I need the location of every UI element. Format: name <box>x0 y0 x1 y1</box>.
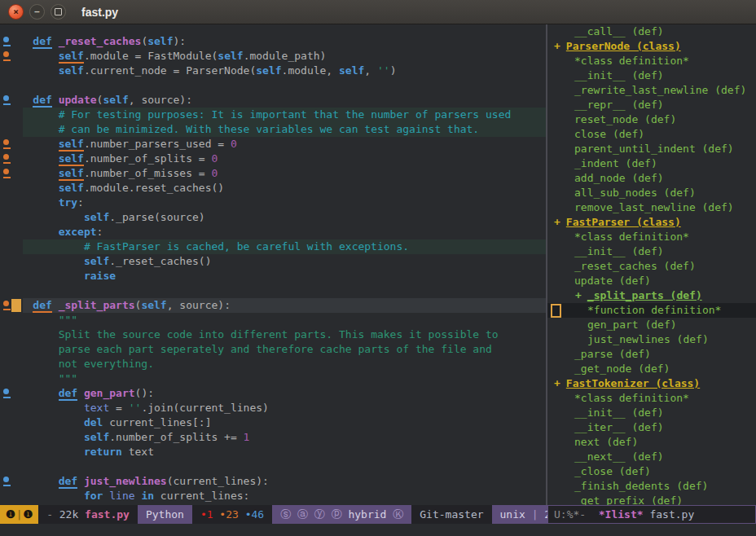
code-line[interactable]: self.number_of_splits += 1 <box>0 430 546 445</box>
outline-item-label: next (def) <box>574 436 638 448</box>
outline-item[interactable]: _parse (def) <box>547 347 756 362</box>
outline-item-label: __repr__ (def) <box>574 99 664 111</box>
outline-item[interactable]: *function definition* <box>547 303 756 318</box>
outline-item[interactable]: _get_prefix (def) <box>547 494 756 505</box>
outline-item[interactable]: all_sub_nodes (def) <box>547 186 756 200</box>
code-line[interactable]: self.module.reset_caches() <box>0 181 546 196</box>
modeline-text: hybrid <box>342 505 393 524</box>
code-line[interactable]: # For testing purposes: It is important … <box>0 108 546 122</box>
code-line[interactable]: def just_newlines(current_lines): <box>0 474 546 489</box>
code-token <box>7 64 59 77</box>
outline-item-label: FastParser (class) <box>566 216 681 228</box>
code-line[interactable] <box>0 459 546 474</box>
code-text: self.number_of_misses = 0 <box>7 166 218 181</box>
code-line[interactable]: not everything. <box>0 357 546 371</box>
code-line[interactable]: self.number_of_misses = 0 <box>0 166 546 181</box>
outline-item[interactable]: +_split_parts (def) <box>547 288 756 303</box>
code-token: Split the source code into different par… <box>59 328 499 340</box>
code-line[interactable]: def gen_part(): <box>0 386 546 401</box>
code-text: parse each part seperately and therefore… <box>7 342 492 357</box>
flycheck-segment[interactable]: •1 •23 •46 <box>192 505 272 524</box>
outline-item[interactable]: _get_node (def) <box>547 362 756 376</box>
modeline-text: *Ilist* <box>599 506 644 523</box>
outline-item[interactable]: add_node (def) <box>547 171 756 186</box>
code-line[interactable]: self.current_node = ParserNode(self.modu… <box>0 64 546 78</box>
minimize-button[interactable]: − <box>29 4 45 20</box>
code-line[interactable]: self.number_of_splits = 0 <box>0 152 546 166</box>
vc-segment[interactable]: Git-master <box>411 505 491 524</box>
outline-class-item[interactable]: +ParserNode (class) <box>547 39 756 54</box>
code-line[interactable]: self.module = FastModule(self.module_pat… <box>0 49 546 64</box>
code-line[interactable]: del current_lines[:] <box>0 415 546 430</box>
code-line[interactable]: def update(self, source): <box>0 93 546 108</box>
code-line[interactable]: def _reset_caches(self): <box>0 34 546 49</box>
outline-item-label: __call__ (def) <box>574 25 664 37</box>
code-token: # FastParser is cached, be careful with … <box>84 240 409 253</box>
major-mode-segment[interactable]: Python <box>138 505 192 524</box>
code-token <box>7 299 33 311</box>
outline-item[interactable]: __init__ (def) <box>547 406 756 420</box>
outline-item[interactable]: just_newlines (def) <box>547 332 756 347</box>
outline-item[interactable]: _rewrite_last_newline (def) <box>547 83 756 98</box>
code-line[interactable]: try: <box>0 196 546 210</box>
window-number-segment[interactable]: ❶|❶ <box>0 505 38 524</box>
code-line[interactable] <box>0 78 546 93</box>
code-line[interactable]: return text <box>0 445 546 459</box>
code-token <box>7 358 59 370</box>
minor-modes-segment[interactable]: ⓢ ⓐ ⓨ ⓟ hybrid Ⓚ <box>272 505 411 524</box>
outline-item[interactable]: *class definition* <box>547 391 756 406</box>
code-token <box>7 402 84 414</box>
code-token: self <box>84 211 109 223</box>
outline-item[interactable]: update (def) <box>547 274 756 288</box>
maximize-button[interactable] <box>51 4 66 20</box>
code-line[interactable]: for line in current_lines: <box>0 489 546 503</box>
code-line[interactable]: self._parse(source) <box>0 210 546 225</box>
outline-item[interactable]: *class definition* <box>547 54 756 68</box>
outline-class-item[interactable]: +FastTokenizer (class) <box>547 376 756 391</box>
outline-item[interactable]: _close (def) <box>547 464 756 479</box>
code-line[interactable]: """ <box>0 371 546 386</box>
outline-item[interactable]: remove_last_newline (def) <box>547 200 756 215</box>
buffer-info-segment[interactable]: - 22k fast.py <box>38 505 138 524</box>
code-line[interactable]: self._reset_caches() <box>0 254 546 269</box>
modeline-outline[interactable]: U:%*- *Ilist* fast.py <box>547 505 756 524</box>
code-line[interactable]: self.number_parsers_used = 0 <box>0 137 546 152</box>
outline-class-item[interactable]: +FastParser (class) <box>547 215 756 230</box>
echo-area[interactable] <box>0 524 756 536</box>
code-line[interactable]: except: <box>0 225 546 239</box>
code-token: update <box>59 94 97 106</box>
outline-item[interactable]: __iter__ (def) <box>547 420 756 435</box>
code-editor[interactable]: def _reset_caches(self): self.module = F… <box>0 24 546 505</box>
outline-item-label: _get_node (def) <box>574 362 670 375</box>
code-line[interactable]: # FastParser is cached, be careful with … <box>0 239 546 254</box>
code-line[interactable]: # can be minimized. With these variables… <box>0 122 546 137</box>
code-line[interactable] <box>0 283 546 298</box>
outline-item[interactable]: __repr__ (def) <box>547 98 756 112</box>
outline-item[interactable]: __init__ (def) <box>547 244 756 259</box>
outline-item[interactable]: __call__ (def) <box>547 24 756 39</box>
close-button[interactable]: × <box>8 4 24 20</box>
outline-item[interactable]: reset_node (def) <box>547 112 756 127</box>
code-line[interactable]: raise <box>0 269 546 283</box>
outline-item[interactable]: next (def) <box>547 435 756 450</box>
outline-pane[interactable]: __call__ (def)+ParserNode (class)*class … <box>547 24 756 505</box>
outline-item[interactable]: parent_until_indent (def) <box>547 142 756 156</box>
outline-item[interactable]: _finish_dedents (def) <box>547 479 756 494</box>
code-line[interactable]: text = ''.join(current_lines) <box>0 401 546 415</box>
outline-item[interactable]: __init__ (def) <box>547 68 756 83</box>
outline-item[interactable]: _indent (def) <box>547 156 756 171</box>
code-token: self <box>256 64 281 77</box>
code-line[interactable]: parse each part seperately and therefore… <box>0 342 546 357</box>
outline-item-label: *class definition* <box>574 55 689 67</box>
outline-item[interactable]: gen_part (def) <box>547 318 756 332</box>
code-token: self <box>59 152 84 166</box>
outline-item[interactable]: close (def) <box>547 127 756 142</box>
code-line[interactable]: """ <box>0 313 546 327</box>
outline-item[interactable]: __next__ (def) <box>547 450 756 464</box>
code-line[interactable]: def _split_parts(self, source): <box>0 298 546 313</box>
outline-item[interactable]: *class definition* <box>547 230 756 244</box>
outline-item-label: reset_node (def) <box>574 113 676 125</box>
outline-item[interactable]: _reset_caches (def) <box>547 259 756 274</box>
modeline-text <box>213 505 220 524</box>
code-line[interactable]: Split the source code into different par… <box>0 327 546 342</box>
